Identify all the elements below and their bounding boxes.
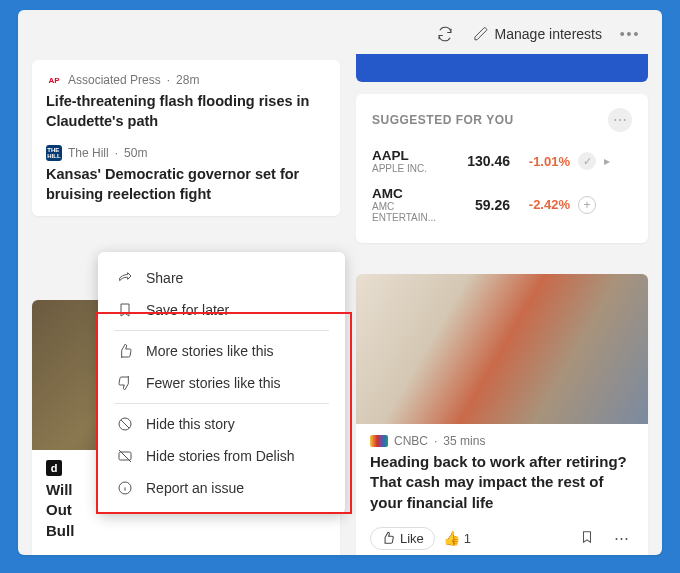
reaction-count: 👍 1 (443, 530, 471, 546)
ctx-hide-story[interactable]: Hide this story (98, 408, 345, 440)
source-name: Associated Press (68, 73, 161, 87)
separator (114, 403, 329, 404)
block-icon (116, 416, 134, 432)
story-headline: Heading back to work after retiring? Tha… (370, 452, 634, 513)
stock-symbol: AAPL (372, 148, 446, 163)
stock-price: 130.46 (454, 153, 510, 169)
add-icon[interactable]: + (578, 196, 596, 214)
more-icon[interactable]: ••• (616, 20, 644, 48)
bookmark-icon (116, 302, 134, 318)
article-image (356, 274, 648, 424)
manage-interests-button[interactable]: Manage interests (473, 26, 602, 42)
ctx-report[interactable]: Report an issue (98, 472, 345, 504)
article-card[interactable]: CNBC · 35 mins Heading back to work afte… (356, 274, 648, 555)
stock-change: -1.01% (518, 154, 570, 169)
chevron-right-icon[interactable]: ▸ (604, 154, 610, 168)
delish-logo-icon: d (46, 460, 62, 476)
cnbc-logo-icon (370, 435, 388, 447)
thumbs-up-icon (116, 343, 134, 359)
share-icon (116, 270, 134, 286)
card-more-icon[interactable]: ⋯ (608, 529, 634, 547)
thumb-emoji-icon: 👍 (443, 530, 460, 546)
separator (114, 330, 329, 331)
stock-price: 59.26 (454, 197, 510, 213)
thehill-logo-icon: THEHILL (46, 145, 62, 161)
like-button[interactable]: Like (370, 527, 435, 550)
news-story[interactable]: THEHILL The Hill · 50m Kansas' Democrati… (46, 145, 326, 204)
stock-company: AMC ENTERTAIN... (372, 201, 446, 223)
info-icon (116, 480, 134, 496)
thumbs-down-icon (116, 375, 134, 391)
blue-banner (356, 54, 648, 82)
stock-row[interactable]: AAPL APPLE INC. 130.46 -1.01% ✓ ▸ (372, 142, 632, 180)
stock-row[interactable]: AMC AMC ENTERTAIN... 59.26 -2.42% + ▸ (372, 180, 632, 229)
source-name: CNBC (394, 434, 428, 448)
ctx-hide-source[interactable]: Hide stories from Delish (98, 440, 345, 472)
news-card: AP Associated Press · 28m Life-threateni… (32, 60, 340, 216)
source-name: The Hill (68, 146, 109, 160)
suggested-more-icon[interactable]: ⋯ (608, 108, 632, 132)
suggested-card: SUGGESTED FOR YOU ⋯ AAPL APPLE INC. 130.… (356, 94, 648, 243)
story-headline: Life-threatening flash flooding rises in… (46, 92, 326, 131)
story-time: 35 mins (443, 434, 485, 448)
ctx-fewer-like-this[interactable]: Fewer stories like this (98, 367, 345, 399)
check-icon[interactable]: ✓ (578, 152, 596, 170)
context-menu: Share Save for later More stories like t… (98, 252, 345, 514)
stock-symbol: AMC (372, 186, 446, 201)
stock-company: APPLE INC. (372, 163, 446, 174)
story-source: AP Associated Press · 28m (46, 72, 326, 88)
thumbs-up-icon (381, 531, 395, 545)
news-panel: Manage interests ••• AP Associated Press… (18, 10, 662, 555)
ap-logo-icon: AP (46, 72, 62, 88)
like-label: Like (400, 531, 424, 546)
ctx-more-like-this[interactable]: More stories like this (98, 335, 345, 367)
refresh-icon[interactable] (431, 20, 459, 48)
hide-source-icon (116, 448, 134, 464)
bookmark-icon[interactable] (574, 530, 600, 547)
suggested-title: SUGGESTED FOR YOU (372, 113, 514, 127)
stock-change: -2.42% (518, 197, 570, 212)
story-time: 28m (176, 73, 199, 87)
ctx-save[interactable]: Save for later (98, 294, 345, 326)
news-story[interactable]: AP Associated Press · 28m Life-threateni… (46, 72, 326, 131)
story-source: CNBC · 35 mins (370, 434, 634, 448)
story-headline: Kansas' Democratic governor set for brui… (46, 165, 326, 204)
story-source: THEHILL The Hill · 50m (46, 145, 326, 161)
story-time: 50m (124, 146, 147, 160)
ctx-share[interactable]: Share (98, 262, 345, 294)
pencil-icon (473, 26, 489, 42)
manage-interests-label: Manage interests (495, 26, 602, 42)
topbar: Manage interests ••• (18, 10, 662, 58)
refresh-icon-svg (436, 25, 454, 43)
